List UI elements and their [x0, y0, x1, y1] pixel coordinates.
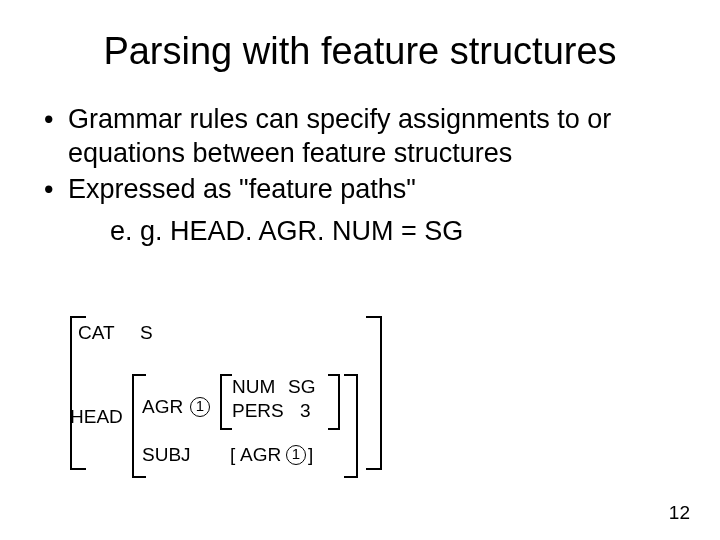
- cat-value: S: [140, 322, 153, 344]
- head-label: HEAD: [70, 406, 123, 428]
- bullet-list: Grammar rules can specify assignments to…: [40, 103, 680, 206]
- bracket-num-left: [220, 374, 232, 430]
- example-line: e. g. HEAD. AGR. NUM = SG: [110, 216, 680, 247]
- bracket-num-right: [328, 374, 340, 430]
- bracket-head-right: [344, 374, 358, 478]
- bullet-item: Grammar rules can specify assignments to…: [40, 103, 680, 171]
- subj-bracket-open: [: [230, 444, 235, 466]
- slide-title: Parsing with feature structures: [40, 30, 680, 73]
- pers-label: PERS: [232, 400, 284, 422]
- page-number: 12: [669, 502, 690, 524]
- bullet-item: Expressed as "feature paths": [40, 173, 680, 207]
- pers-value: 3: [300, 400, 311, 422]
- tag-circle: 1: [190, 397, 210, 417]
- bracket-outer-right: [366, 316, 382, 470]
- slide: Parsing with feature structures Grammar …: [0, 0, 720, 540]
- agr-label: AGR: [142, 396, 183, 418]
- tag-circle: 1: [286, 445, 306, 465]
- num-label: NUM: [232, 376, 275, 398]
- cat-label: CAT: [78, 322, 115, 344]
- num-value: SG: [288, 376, 315, 398]
- subj-bracket-close: ]: [308, 444, 313, 466]
- subj-label: SUBJ: [142, 444, 191, 466]
- subj-agr-label: AGR: [240, 444, 281, 466]
